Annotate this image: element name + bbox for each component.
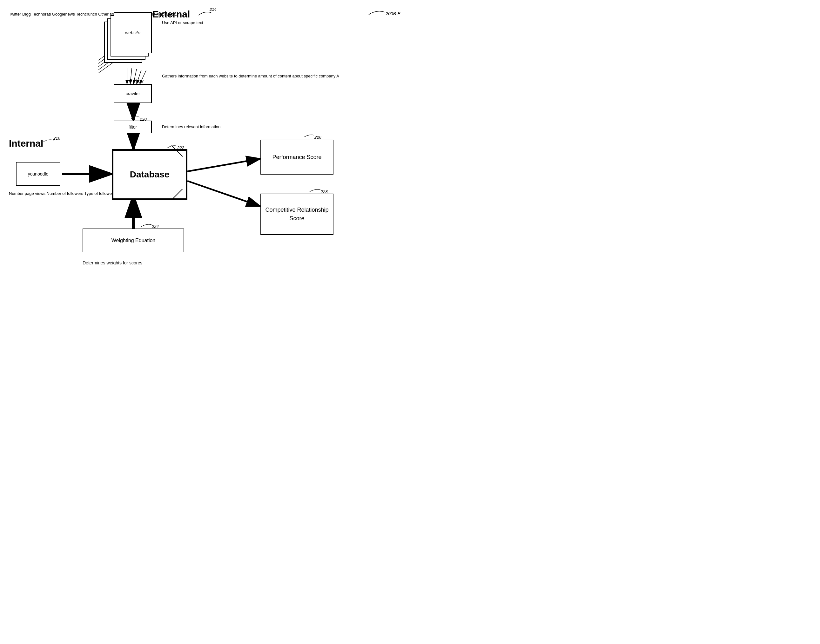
determines-relevant-label: Determines relevant information bbox=[162, 124, 220, 130]
younoodle-box: younoodle bbox=[16, 162, 60, 186]
api-label: Use API or scrape text bbox=[162, 20, 203, 26]
weighting-equation-box: Weighting Equation bbox=[83, 228, 184, 252]
external-ref: 214 bbox=[210, 7, 217, 12]
competitive-score-box: Competitive Relationship Score bbox=[260, 193, 333, 235]
svg-line-16 bbox=[187, 181, 260, 206]
social-media-list: Twitter Digg Technorati Googlenews Techc… bbox=[9, 11, 178, 18]
svg-line-18 bbox=[172, 146, 183, 156]
crawler-box: crawler bbox=[114, 84, 152, 103]
determines-weights-label: Determines weights for scores bbox=[83, 260, 142, 266]
internal-label: Internal bbox=[9, 138, 43, 149]
performance-score-box: Performance Score bbox=[260, 140, 333, 175]
website-box: website bbox=[114, 12, 152, 53]
svg-line-19 bbox=[172, 189, 183, 200]
filter-box: filter bbox=[114, 121, 152, 133]
diagram: 200B-E External 214 Twitter Digg Technor… bbox=[0, 0, 410, 322]
gathers-label: Gathers information from each website to… bbox=[162, 73, 339, 80]
younoodle-info: Number page views Number of followers Ty… bbox=[9, 190, 115, 197]
internal-ref: 216 bbox=[53, 136, 60, 141]
diagram-ref: 200B-E bbox=[385, 11, 401, 16]
svg-line-15 bbox=[187, 159, 260, 172]
